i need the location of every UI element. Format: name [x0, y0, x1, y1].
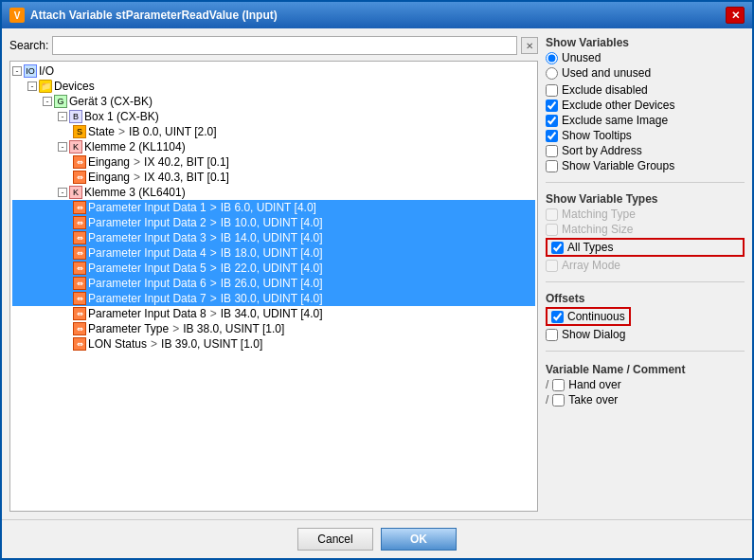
expand-io[interactable]: -	[12, 66, 22, 76]
value-param5: IB 22.0, UDINT [4.0]	[221, 262, 323, 275]
value-param7: IB 30.0, UDINT [4.0]	[221, 292, 323, 305]
main-window: V Attach Variable stParameterReadValue (…	[0, 0, 754, 560]
check-show-dialog[interactable]	[546, 329, 558, 341]
tree-item-klemme3[interactable]: - K Klemme 3 (KL6401)	[12, 185, 535, 200]
check-continuous-item[interactable]: Continuous	[546, 307, 631, 326]
check-sort-address-item[interactable]: Sort by Address	[546, 144, 745, 157]
check-show-tooltips[interactable]	[546, 130, 558, 142]
radio-used-unused-label: Used and unused	[562, 66, 651, 80]
check-exclude-same[interactable]	[546, 115, 558, 127]
arrow-paramtype: >	[172, 322, 179, 335]
close-button[interactable]: ✕	[726, 7, 745, 24]
value-eingang2: IX 40.3, BIT [0.1]	[144, 171, 229, 184]
check-exclude-disabled[interactable]	[546, 84, 558, 97]
search-label: Search:	[9, 39, 48, 52]
tree-item-param4[interactable]: ⇔ Parameter Input Data 4 > IB 18.0, UDIN…	[12, 245, 535, 261]
icon-param3: ⇔	[73, 231, 86, 244]
arrow-param1: >	[210, 201, 217, 214]
tree-container[interactable]: - IO I/O - 📁 Devices - G Gerät 3 (CX-BK)	[9, 61, 538, 512]
radio-unused-item[interactable]: Unused	[546, 51, 745, 64]
expand-gerat3[interactable]: -	[43, 97, 52, 106]
expand-devices[interactable]: -	[27, 81, 37, 91]
cancel-button[interactable]: Cancel	[297, 528, 373, 551]
check-show-groups-item[interactable]: Show Variable Groups	[546, 159, 745, 172]
label-io: I/O	[39, 64, 54, 78]
tree-item-paramtype[interactable]: ⇔ Parameter Type > IB 38.0, USINT [1.0]	[12, 321, 535, 336]
ok-button[interactable]: OK	[381, 528, 457, 551]
check-matching-type[interactable]	[546, 208, 558, 221]
check-matching-size[interactable]	[546, 224, 558, 236]
icon-gerat3: G	[54, 95, 67, 108]
tree-item-param7[interactable]: ⇔ Parameter Input Data 7 > IB 30.0, UDIN…	[12, 291, 535, 306]
slash-1: /	[546, 378, 548, 391]
check-show-dialog-label: Show Dialog	[562, 328, 625, 341]
offsets-label: Offsets	[546, 292, 745, 305]
check-array-mode-label: Array Mode	[562, 259, 620, 272]
icon-devices: 📁	[39, 80, 52, 93]
tree-item-klemme2[interactable]: - K Klemme 2 (KL1104)	[12, 139, 535, 154]
check-matching-size-item[interactable]: Matching Size	[546, 223, 745, 236]
search-clear-button[interactable]: ✕	[521, 37, 538, 54]
tree-item-eingang1[interactable]: ⇔ Eingang > IX 40.2, BIT [0.1]	[12, 154, 535, 170]
check-exclude-same-label: Exclude same Image	[562, 114, 668, 127]
var-name-row1: / Hand over	[546, 378, 745, 391]
window-title: Attach Variable stParameterReadValue (In…	[30, 9, 278, 22]
value-param8: IB 34.0, UDINT [4.0]	[221, 307, 323, 320]
check-exclude-devices-item[interactable]: Exclude other Devices	[546, 99, 745, 112]
tree-item-eingang2[interactable]: ⇔ Eingang > IX 40.3, BIT [0.1]	[12, 170, 535, 185]
arrow-eingang2: >	[134, 171, 140, 184]
radio-used-unused-item[interactable]: Used and unused	[546, 66, 745, 80]
tree-item-param2[interactable]: ⇔ Parameter Input Data 2 > IB 10.0, UDIN…	[12, 215, 535, 230]
label-param6: Parameter Input Data 6	[88, 277, 206, 290]
search-input[interactable]	[52, 36, 517, 55]
check-exclude-disabled-item[interactable]: Exclude disabled	[546, 83, 745, 97]
arrow-param5: >	[210, 262, 217, 275]
check-matching-size-label: Matching Size	[562, 223, 633, 236]
check-hand-over[interactable]	[552, 379, 565, 391]
check-all-types[interactable]	[551, 242, 564, 254]
label-devices: Devices	[54, 80, 95, 93]
check-all-types-item[interactable]: All Types	[546, 238, 745, 257]
check-continuous[interactable]	[551, 311, 564, 323]
check-matching-type-item[interactable]: Matching Type	[546, 208, 745, 221]
tree-item-param1[interactable]: ⇔ Parameter Input Data 1 > IB 6.0, UDINT…	[12, 200, 535, 215]
tree-item-box1[interactable]: - B Box 1 (CX-BK)	[12, 109, 535, 124]
check-sort-address[interactable]	[546, 145, 558, 157]
expand-klemme3[interactable]: -	[58, 188, 67, 197]
value-paramtype: IB 38.0, USINT [1.0]	[183, 322, 284, 335]
titlebar-left: V Attach Variable stParameterReadValue (…	[9, 8, 278, 23]
tree-item-param3[interactable]: ⇔ Parameter Input Data 3 > IB 14.0, UDIN…	[12, 230, 535, 245]
tree-item-devices[interactable]: - 📁 Devices	[12, 79, 535, 94]
tree-item-gerat3[interactable]: - G Gerät 3 (CX-BK)	[12, 94, 535, 109]
tree-item-io[interactable]: - IO I/O	[12, 63, 535, 79]
value-param2: IB 10.0, UDINT [4.0]	[221, 216, 323, 229]
divider-2	[546, 281, 745, 282]
radio-unused[interactable]	[546, 52, 558, 64]
check-sort-address-label: Sort by Address	[562, 144, 642, 157]
tree-item-param8[interactable]: ⇔ Parameter Input Data 8 > IB 34.0, UDIN…	[12, 306, 535, 321]
show-variables-section: Show Variables Unused Used and unused Ex…	[546, 36, 745, 172]
check-show-groups[interactable]	[546, 160, 558, 172]
check-show-tooltips-item[interactable]: Show Tooltips	[546, 129, 745, 142]
arrow-param2: >	[210, 216, 217, 229]
check-show-dialog-item[interactable]: Show Dialog	[546, 328, 745, 341]
tree-item-param5[interactable]: ⇔ Parameter Input Data 5 > IB 22.0, UDIN…	[12, 261, 535, 276]
icon-lonstatus: ⇔	[73, 337, 86, 351]
expand-box1[interactable]: -	[58, 112, 67, 121]
check-array-mode-item[interactable]: Array Mode	[546, 259, 745, 272]
radio-used-unused[interactable]	[546, 67, 558, 80]
check-take-over[interactable]	[552, 394, 565, 406]
window-icon: V	[9, 8, 25, 23]
icon-eingang1: ⇔	[73, 155, 86, 169]
tree-item-param6[interactable]: ⇔ Parameter Input Data 6 > IB 26.0, UDIN…	[12, 276, 535, 291]
check-exclude-devices[interactable]	[546, 99, 558, 112]
check-array-mode[interactable]	[546, 260, 558, 272]
expand-klemme2[interactable]: -	[58, 142, 67, 152]
check-exclude-same-item[interactable]: Exclude same Image	[546, 114, 745, 127]
tree-item-lonstatus[interactable]: ⇔ LON Status > IB 39.0, USINT [1.0]	[12, 336, 535, 352]
value-lonstatus: IB 39.0, USINT [1.0]	[161, 337, 262, 351]
content-area: Search: ✕ - IO I/O - 📁 Devices	[2, 28, 752, 519]
arrow-lonstatus: >	[151, 337, 157, 351]
check-continuous-label: Continuous	[567, 310, 625, 323]
tree-item-state[interactable]: S State > IB 0.0, UINT [2.0]	[12, 124, 535, 139]
